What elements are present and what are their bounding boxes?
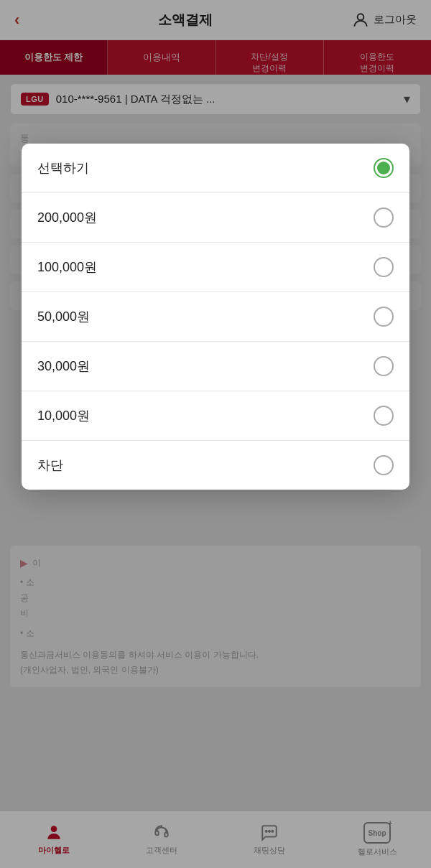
dropdown-modal: 선택하기 200,000원 100,000원 50,000원 30,000원 1…	[22, 144, 409, 490]
option-30000[interactable]: 30,000원	[22, 342, 409, 391]
option-100000[interactable]: 100,000원	[22, 243, 409, 292]
option-select-label: 선택하기	[37, 159, 89, 177]
radio-200000[interactable]	[374, 207, 394, 228]
radio-100000[interactable]	[374, 257, 394, 277]
radio-30000[interactable]	[374, 356, 394, 376]
option-100000-label: 100,000원	[37, 258, 97, 276]
radio-inner-select	[377, 162, 390, 174]
option-200000[interactable]: 200,000원	[22, 193, 409, 243]
option-block[interactable]: 차단	[22, 441, 409, 490]
radio-50000[interactable]	[374, 307, 394, 327]
option-10000-label: 10,000원	[37, 407, 90, 424]
option-30000-label: 30,000원	[37, 358, 90, 375]
option-50000[interactable]: 50,000원	[22, 292, 409, 342]
radio-block[interactable]	[374, 455, 394, 475]
option-200000-label: 200,000원	[37, 209, 97, 226]
option-select[interactable]: 선택하기	[22, 144, 409, 193]
radio-10000[interactable]	[374, 406, 394, 426]
option-block-label: 차단	[37, 457, 63, 474]
option-10000[interactable]: 10,000원	[22, 391, 409, 441]
radio-select[interactable]	[374, 158, 394, 178]
option-50000-label: 50,000원	[37, 308, 90, 325]
